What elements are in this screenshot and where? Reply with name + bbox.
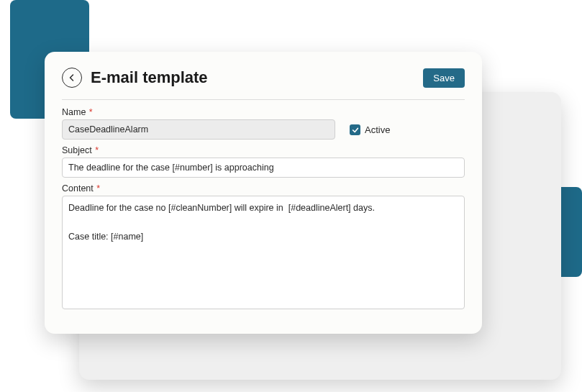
required-marker: * [94,183,100,193]
required-marker: * [86,107,92,117]
header-divider [62,99,465,100]
content-label: Content * [62,183,465,193]
subject-input[interactable] [62,158,465,178]
chevron-left-icon [68,73,76,82]
content-field-group: Content * [62,183,465,309]
save-button[interactable]: Save [423,68,465,88]
name-label-text: Name [62,107,86,117]
page-title: E-mail template [91,68,208,87]
name-label: Name * [62,107,335,117]
check-icon [352,127,359,134]
back-button[interactable] [62,68,82,88]
email-template-panel: E-mail template Save Name * Active Subje… [45,52,482,334]
header-left-group: E-mail template [62,68,208,88]
name-input[interactable] [62,119,335,140]
subject-label: Subject * [62,145,465,155]
content-textarea[interactable] [62,196,465,309]
subject-field-group: Subject * [62,145,465,178]
panel-header: E-mail template Save [62,68,465,88]
required-marker: * [93,145,99,155]
name-active-row: Name * Active [62,107,465,140]
name-field-group: Name * [62,107,335,140]
active-field-group: Active [350,124,390,140]
subject-label-text: Subject [62,145,92,155]
active-checkbox[interactable] [350,124,360,135]
content-label-text: Content [62,183,94,193]
active-label: Active [365,124,390,135]
